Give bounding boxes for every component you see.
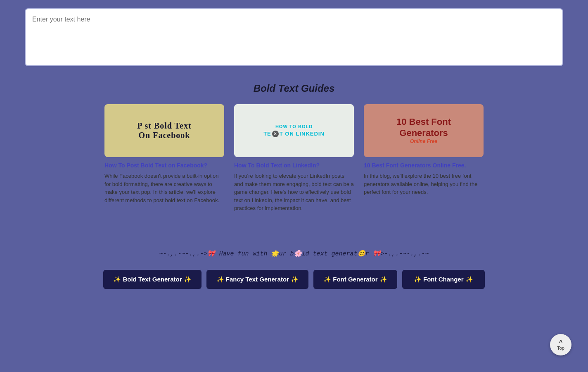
guide-link-fonts[interactable]: 10 Best Font Generators Online Free. (364, 162, 484, 169)
fonts-image-text: 10 Best FontGenerators Online Free (392, 112, 455, 148)
guide-card-facebook: P st Bold TextOn Facebook How To Post Bo… (104, 104, 224, 212)
guide-desc-fonts: In this blog, we'll explore the 10 best … (364, 172, 484, 196)
guide-card-fonts: 10 Best FontGenerators Online Free 10 Be… (364, 104, 484, 212)
facebook-image-text: P st Bold TextOn Facebook (137, 121, 191, 140)
text-input[interactable] (32, 16, 556, 57)
fancy-text-generator-button[interactable]: ✨ Fancy Text Generator ✨ (206, 270, 308, 289)
guide-link-facebook[interactable]: How To Post Bold Text on Facebook? (104, 162, 224, 169)
text-input-wrapper (25, 8, 563, 66)
guides-section: Bold Text Guides P st Bold TextOn Facebo… (0, 79, 588, 229)
linkedin-image-text: HOW TO BOLD TE✕T ON LINKEDIN (263, 124, 325, 138)
font-generator-button[interactable]: ✨ Font Generator ✨ (313, 270, 397, 289)
guide-image-linkedin: HOW TO BOLD TE✕T ON LINKEDIN (234, 104, 354, 157)
guide-link-linkedin[interactable]: How To Bold Text on LinkedIn? (234, 162, 354, 169)
bold-text-generator-button[interactable]: ✨ Bold Text Generator ✨ (103, 270, 201, 289)
guide-desc-facebook: While Facebook doesn't provide a built-i… (104, 172, 224, 204)
fun-banner: ~-.,.-~-.,.->🎀 Have fun with 🌟ur b🌸ld te… (0, 229, 588, 266)
input-section (0, 0, 588, 79)
guide-image-fonts: 10 Best FontGenerators Online Free (364, 104, 484, 157)
guide-card-linkedin: HOW TO BOLD TE✕T ON LINKEDIN How To Bold… (234, 104, 354, 212)
back-to-top-arrow: ^ (559, 339, 562, 346)
guides-title: Bold Text Guides (25, 83, 563, 94)
font-changer-button[interactable]: ✨ Font Changer ✨ (402, 270, 485, 289)
back-to-top-label: Top (557, 346, 564, 351)
bottom-buttons-row: ✨ Bold Text Generator ✨ ✨ Fancy Text Gen… (0, 266, 588, 297)
guide-image-facebook: P st Bold TextOn Facebook (104, 104, 224, 157)
guides-grid: P st Bold TextOn Facebook How To Post Bo… (25, 104, 563, 212)
back-to-top-button[interactable]: ^ Top (550, 334, 571, 355)
guide-desc-linkedin: If you're looking to elevate your Linked… (234, 172, 354, 212)
